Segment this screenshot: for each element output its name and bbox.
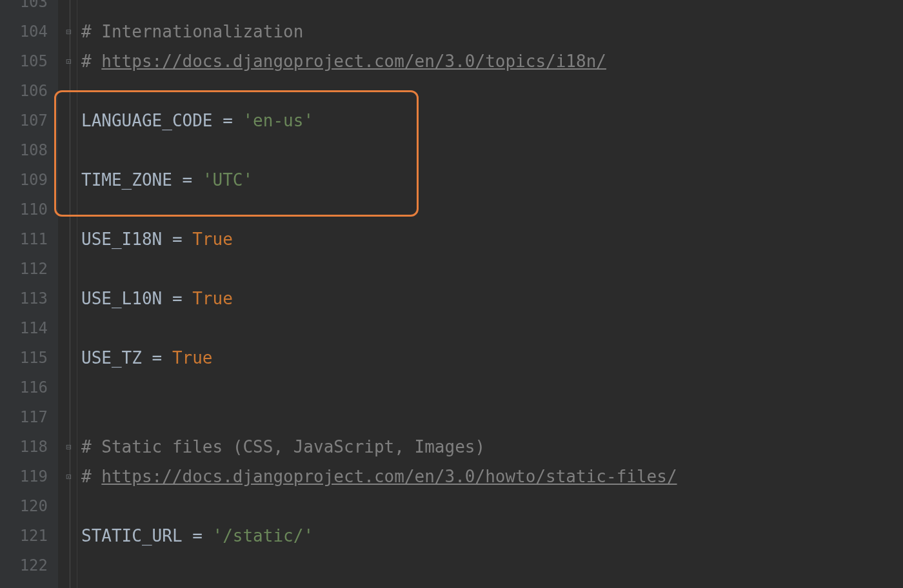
token-operator: = — [172, 230, 192, 249]
line-number: 113 — [0, 284, 58, 313]
token-operator: = — [183, 170, 203, 190]
token-comment: # — [81, 467, 101, 486]
fold-close-icon[interactable]: ⊡ — [66, 473, 74, 480]
token-keyword: True — [192, 230, 233, 249]
token-keyword: True — [192, 289, 233, 308]
token-identifier: USE_TZ — [81, 348, 152, 368]
line-number: 121 — [0, 521, 58, 551]
line-number: 104 — [0, 17, 58, 46]
token-identifier: USE_L10N — [81, 289, 172, 308]
code-line[interactable] — [81, 491, 903, 521]
line-number: 110 — [0, 195, 58, 224]
line-number: 106 — [0, 76, 58, 106]
fold-open-icon[interactable]: ⊟ — [66, 28, 74, 35]
line-number: 116 — [0, 373, 58, 402]
code-line[interactable] — [81, 551, 903, 580]
line-number: 117 — [0, 402, 58, 432]
line-number: 109 — [0, 165, 58, 195]
editor-container: 1031041051061071081091101111121131141151… — [0, 0, 903, 588]
token-identifier: USE_I18N — [81, 230, 172, 249]
code-line[interactable]: USE_I18N = True — [81, 224, 903, 254]
code-line[interactable]: USE_TZ = True — [81, 343, 903, 373]
token-string: 'en-us' — [243, 111, 313, 130]
code-line[interactable]: USE_L10N = True — [81, 284, 903, 313]
token-operator: = — [223, 111, 243, 130]
token-comment-link: https://docs.djangoproject.com/en/3.0/to… — [101, 52, 606, 71]
code-line[interactable]: # Internationalization — [81, 17, 903, 46]
token-string: 'UTC' — [203, 170, 253, 190]
token-string: '/static/' — [213, 526, 314, 545]
line-number: 119 — [0, 462, 58, 491]
line-number: 120 — [0, 491, 58, 521]
line-number: 111 — [0, 224, 58, 254]
fold-guide-line — [70, 0, 70, 588]
line-number: 114 — [0, 313, 58, 343]
code-line[interactable] — [81, 402, 903, 432]
line-number: 112 — [0, 254, 58, 284]
fold-column: ⊟⊡⊟⊡ — [64, 0, 77, 588]
token-identifier: TIME_ZONE — [81, 170, 183, 190]
token-comment: # — [81, 52, 101, 71]
token-comment: # Internationalization — [81, 22, 303, 41]
token-keyword: True — [172, 348, 213, 368]
code-line[interactable] — [81, 76, 903, 106]
token-identifier: LANGUAGE_CODE — [81, 111, 223, 130]
code-area[interactable]: # Internationalization# https://docs.dja… — [77, 0, 903, 588]
fold-open-icon[interactable]: ⊟ — [66, 443, 74, 451]
line-number: 103 — [0, 0, 58, 17]
code-line[interactable]: LANGUAGE_CODE = 'en-us' — [81, 106, 903, 135]
code-line[interactable] — [81, 135, 903, 165]
token-operator: = — [192, 526, 212, 545]
line-number: 108 — [0, 135, 58, 165]
fold-close-icon[interactable]: ⊡ — [66, 57, 74, 65]
line-number: 105 — [0, 46, 58, 76]
code-line[interactable] — [81, 254, 903, 284]
token-comment-link: https://docs.djangoproject.com/en/3.0/ho… — [101, 467, 677, 486]
code-line[interactable] — [81, 373, 903, 402]
code-line[interactable]: STATIC_URL = '/static/' — [81, 521, 903, 551]
code-line[interactable]: TIME_ZONE = 'UTC' — [81, 165, 903, 195]
line-number: 122 — [0, 551, 58, 580]
code-line[interactable]: # Static files (CSS, JavaScript, Images) — [81, 432, 903, 462]
line-number: 115 — [0, 343, 58, 373]
code-line[interactable]: # https://docs.djangoproject.com/en/3.0/… — [81, 46, 903, 76]
line-number: 118 — [0, 432, 58, 462]
token-operator: = — [172, 289, 192, 308]
code-line[interactable] — [81, 0, 903, 17]
code-line[interactable]: # https://docs.djangoproject.com/en/3.0/… — [81, 462, 903, 491]
token-operator: = — [152, 348, 172, 368]
code-line[interactable] — [81, 195, 903, 224]
line-gutter: 1031041051061071081091101111121131141151… — [0, 0, 58, 588]
code-line[interactable] — [81, 313, 903, 343]
token-identifier: STATIC_URL — [81, 526, 192, 545]
line-number: 107 — [0, 106, 58, 135]
token-comment: # Static files (CSS, JavaScript, Images) — [81, 437, 485, 456]
